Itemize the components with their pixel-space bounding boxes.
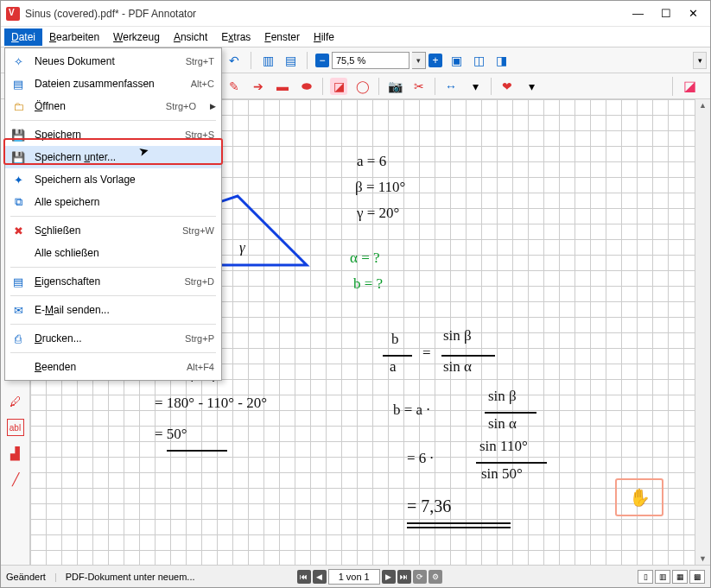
eraser-tool-box[interactable]: ◪ bbox=[672, 77, 698, 96]
hand-alpha-expr3: = 50° bbox=[155, 426, 187, 443]
view-two-button[interactable]: ▦ bbox=[672, 570, 688, 584]
print-icon: ⎙ bbox=[10, 331, 26, 346]
zoom-out-button[interactable]: − bbox=[315, 54, 329, 67]
file-menu-dropdown: ✧ Neues Dokument Strg+T ▤ Dateien zusamm… bbox=[4, 47, 222, 381]
view-twocont-button[interactable]: ▩ bbox=[689, 570, 705, 584]
statusbar: Geändert | PDF-Dokument unter neuem... ⏮… bbox=[1, 565, 710, 587]
hand-bfrac2: sin α bbox=[488, 415, 517, 433]
app-icon bbox=[6, 7, 20, 21]
menu-save[interactable]: 💾 Speichern Strg+S bbox=[5, 123, 221, 146]
menu-save-template[interactable]: ✦ Speichern als Vorlage bbox=[5, 168, 221, 191]
submenu-arrow-icon: ▶ bbox=[210, 102, 216, 111]
menu-print[interactable]: ⎙ Drucken... Strg+P bbox=[5, 327, 221, 350]
dimension-icon[interactable]: ↔ bbox=[442, 78, 460, 95]
bfrac-line1 bbox=[485, 412, 536, 414]
fit-page-icon[interactable]: ▣ bbox=[448, 52, 465, 69]
ellipse-icon[interactable]: ⬬ bbox=[298, 78, 315, 95]
new-doc-icon: ✧ bbox=[10, 54, 26, 69]
page-settings-button[interactable]: ⚙ bbox=[429, 570, 442, 584]
hand-bq: b = ? bbox=[353, 275, 383, 293]
page-controls: ⏮ ◀ ▶ ⏭ ⟳ ⚙ bbox=[297, 569, 442, 585]
hand-result: = 7,36 bbox=[407, 496, 451, 516]
menu-combine-files[interactable]: ▤ Dateien zusammenfassen Alt+C bbox=[5, 73, 221, 95]
page-next-button[interactable]: ▶ bbox=[382, 570, 396, 584]
hand-bexpr: b = a · bbox=[393, 401, 430, 419]
result-underline2 bbox=[407, 527, 511, 528]
menu-werkzeug[interactable]: Werkzeug bbox=[106, 28, 167, 46]
side-text-icon[interactable]: abl bbox=[7, 419, 24, 436]
hand-aq: α = ? bbox=[350, 250, 380, 267]
hand-frac-eq: = bbox=[422, 345, 431, 362]
hand-bfrac1: sin β bbox=[488, 388, 517, 405]
toolbar-overflow[interactable]: ▾ bbox=[693, 52, 707, 69]
view-single-button[interactable]: ▯ bbox=[638, 570, 653, 584]
side-stamp-icon[interactable]: ▟ bbox=[7, 445, 24, 462]
save-tpl-icon: ✦ bbox=[10, 172, 26, 187]
navigator-icon[interactable]: ▥ bbox=[259, 52, 276, 69]
view-mode-buttons: ▯ ▥ ▦ ▩ bbox=[638, 570, 705, 584]
hand-bfrac4: sin 50° bbox=[481, 465, 523, 483]
result-underline1 bbox=[407, 522, 511, 524]
view-cont-button[interactable]: ▥ bbox=[655, 570, 670, 584]
lasso-icon[interactable]: ◯ bbox=[354, 78, 371, 95]
zoom-in-button[interactable]: + bbox=[429, 54, 442, 67]
menu-bearbeiten[interactable]: Bearbeiten bbox=[42, 28, 106, 46]
hand-g20: γ = 20° bbox=[357, 205, 399, 222]
close-button[interactable]: ✕ bbox=[689, 7, 698, 20]
menu-properties[interactable]: ▤ Eigenschaften Strg+D bbox=[5, 270, 221, 293]
rect-icon[interactable]: ▬ bbox=[274, 78, 291, 95]
hand-gamma: γ bbox=[239, 239, 245, 256]
page-refresh-button[interactable]: ⟳ bbox=[413, 570, 427, 584]
menu-close-all[interactable]: Alle schließen bbox=[5, 242, 221, 264]
minimize-button[interactable]: — bbox=[632, 7, 644, 20]
undo-icon[interactable]: ↶ bbox=[225, 52, 243, 69]
page-prev-button[interactable]: ◀ bbox=[313, 570, 327, 584]
open-icon: 🗀 bbox=[10, 98, 26, 114]
menu-new-document[interactable]: ✧ Neues Dokument Strg+T bbox=[5, 50, 221, 73]
menu-close[interactable]: ✖ Schließen Strg+W bbox=[5, 219, 221, 242]
save-all-icon: ⧉ bbox=[10, 194, 26, 210]
menu-ansicht[interactable]: Ansicht bbox=[167, 28, 214, 46]
menu-exit[interactable]: Beenden Alt+F4 bbox=[5, 356, 221, 378]
hand-alpha-expr2: = 180° - 110° - 20° bbox=[155, 395, 267, 412]
menu-open[interactable]: 🗀 Öffnen Strg+O ▶ bbox=[5, 95, 221, 117]
menu-datei[interactable]: Datei bbox=[4, 28, 42, 46]
zoom-dropdown[interactable]: ▾ bbox=[412, 52, 426, 69]
menu-hilfe[interactable]: Hilfe bbox=[307, 28, 341, 46]
menu-save-all[interactable]: ⧉ Alle speichern bbox=[5, 191, 221, 213]
frac-line-right bbox=[441, 355, 495, 357]
status-hint: PDF-Dokument unter neuem... bbox=[66, 572, 195, 582]
page-last-button[interactable]: ⏭ bbox=[397, 570, 411, 584]
camera-icon[interactable]: 📷 bbox=[386, 78, 403, 95]
eraser-icon[interactable]: ◪ bbox=[330, 78, 347, 95]
menu-mail[interactable]: ✉ E-Mail senden... bbox=[5, 299, 221, 321]
crop-icon[interactable]: ✂ bbox=[410, 78, 428, 95]
menu-fenster[interactable]: Fenster bbox=[257, 28, 307, 46]
hand-b110: β = 110° bbox=[355, 179, 405, 196]
save-as-icon: 💾 bbox=[10, 149, 26, 165]
menu-save-as[interactable]: 💾 Speichern unter... bbox=[5, 146, 221, 168]
pen-icon[interactable]: ✎ bbox=[225, 78, 243, 95]
maximize-button[interactable]: ☐ bbox=[661, 7, 671, 20]
side-marker-icon[interactable]: 🖊 bbox=[7, 393, 24, 410]
save-icon: 💾 bbox=[10, 127, 26, 142]
page-input[interactable] bbox=[328, 569, 380, 585]
underline-50 bbox=[167, 450, 227, 452]
favorite-icon[interactable]: ❤ bbox=[498, 78, 516, 95]
window-title: Sinus (covered).pdf* - PDF Annotator bbox=[25, 8, 196, 20]
hand-a6: a = 6 bbox=[357, 153, 386, 170]
hand-bexpr2: = 6 · bbox=[407, 450, 434, 467]
actual-size-icon[interactable]: ◨ bbox=[492, 52, 510, 69]
fit-width-icon[interactable]: ◫ bbox=[470, 52, 487, 69]
color-icon[interactable]: ▾ bbox=[467, 78, 484, 95]
combine-icon: ▤ bbox=[10, 76, 26, 92]
props-icon: ▤ bbox=[10, 274, 26, 289]
bookmarks-icon[interactable]: ▤ bbox=[282, 52, 299, 69]
page-first-button[interactable]: ⏮ bbox=[297, 570, 311, 584]
fav-dd-icon[interactable]: ▾ bbox=[523, 78, 540, 95]
arrow-icon[interactable]: ➔ bbox=[250, 78, 267, 95]
zoom-input[interactable] bbox=[332, 52, 409, 69]
menu-extras[interactable]: Extras bbox=[214, 28, 257, 46]
vertical-scrollbar[interactable] bbox=[695, 99, 710, 565]
side-line-icon[interactable]: ╱ bbox=[7, 471, 24, 488]
